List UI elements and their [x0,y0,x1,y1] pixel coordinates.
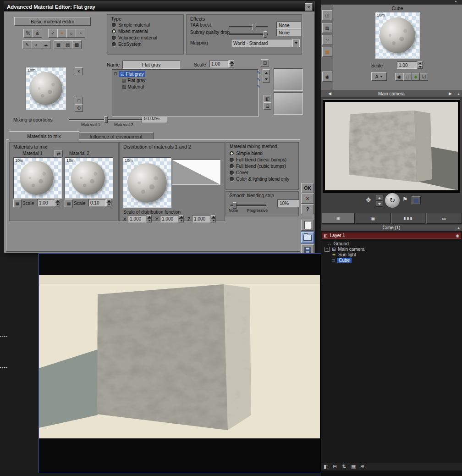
expand-all-icon[interactable]: ⊞ [360,464,364,470]
toolbar-pencil-icon[interactable]: ✎ [22,40,32,49]
preview-object-icon[interactable]: □ [75,97,83,105]
layer-item-cube[interactable]: □ Cube [332,257,352,263]
load-material-button[interactable] [301,232,314,243]
toolbar-cloud-icon[interactable]: ☁ [41,40,50,49]
object-scale-value[interactable]: 1.00 [397,61,417,69]
layer-item-main-camera[interactable]: + ⊞ Main camera [324,246,364,252]
tree-row-material-2[interactable]: ▨ Material [114,83,257,90]
y-value[interactable]: 1.000 [160,215,178,222]
smooth-blending-slider[interactable] [231,205,266,206]
camera-next-icon[interactable]: ▶ [449,91,452,96]
radio-color-lighting-blend[interactable]: Color & lighting blend only [230,177,289,182]
ok-button[interactable]: OK [301,183,314,193]
subray-slider-handle[interactable] [264,31,267,38]
material-thumb-1[interactable] [274,68,303,91]
spin-up-icon[interactable] [106,199,111,203]
main-viewport[interactable] [38,253,321,473]
spin-up-icon[interactable] [55,199,60,203]
send-to-node-icon[interactable]: ◧ [264,95,271,102]
dialog-titlebar[interactable]: Advanced Material Editor: Flat gray ✕ [4,2,314,11]
material2-scale-spinner[interactable]: 0.10 [88,199,111,206]
material2-scale-value[interactable]: 0.10 [88,199,106,206]
radio-ecosystem[interactable]: EcoSystem [112,42,142,47]
object-material-preview[interactable]: 10m [375,12,420,59]
layer-item-ground[interactable]: ∴ Ground [328,241,349,246]
layer-item-sun-light[interactable]: ☀ Sun light [332,252,356,257]
spin-up-icon[interactable] [418,61,423,65]
material-ball-icon[interactable]: ◉ [395,73,403,81]
new-material-button[interactable] [301,220,314,231]
flag-icon[interactable]: ⚑ [402,196,408,203]
texture-checker-icon[interactable]: ▩ [322,47,332,57]
dots-icon[interactable]: ∷ [322,35,332,45]
spin-down-icon[interactable] [179,219,184,222]
toolbar-star-icon[interactable]: ✦ [57,29,67,38]
tab-terrain[interactable]: ≋ [322,213,355,224]
mixing-slider-handle[interactable] [104,116,108,123]
toolbar-text-icon[interactable]: a [33,29,42,38]
camera-preview[interactable] [323,99,460,193]
remove-node-icon[interactable]: ⊟ [264,102,271,110]
sphere-preview-icon[interactable]: ◉ [322,72,332,82]
tab-world[interactable]: ◉ [356,213,390,224]
spin-down-icon[interactable] [229,64,234,67]
camera-bar[interactable]: ◀ Main camera ▶ ▲ [321,90,462,97]
edit-node-3-icon[interactable]: ✎ [257,84,260,89]
subray-field[interactable]: None [276,29,301,36]
radio-full-blend-cubic[interactable]: Full blend (cubic bumps) [230,164,286,169]
help-button[interactable]: ? [301,204,314,214]
subray-slider[interactable] [229,33,268,35]
cancel-button[interactable]: ✕ [301,194,314,204]
basic-material-editor-button[interactable]: Basic material editor [14,17,91,26]
material2-preview[interactable]: 10m [65,157,113,199]
x-value[interactable]: 1.000 [128,215,146,222]
preview-zoom-icon[interactable]: ⊕ [75,104,83,112]
material-tree[interactable]: ⊟ ☑ Flat gray ▨ Flat gray ▨ Material [112,69,258,117]
layer-header[interactable]: ◧ Layer 1 ◉ [322,232,461,239]
close-icon[interactable]: ✕ [305,3,313,11]
smooth-value-field[interactable]: 10% [277,199,299,207]
toolbar-percent-icon[interactable]: % [23,29,33,38]
z-value[interactable]: 1.000 [192,215,210,222]
checker-icon[interactable]: ▦ [322,23,332,33]
spin-down-icon[interactable] [211,219,216,222]
toolbar-grid-icon[interactable]: ▦ [54,40,63,49]
material1-scale-value[interactable]: 1.00 [37,199,55,206]
tree-row-material-1[interactable]: ▨ Flat gray [114,77,257,83]
tab-links[interactable]: ∞ [426,213,462,224]
orbit-button[interactable]: ↻ [385,193,400,208]
spin-down-icon[interactable] [147,219,152,222]
smooth-slider-handle[interactable] [233,202,236,209]
scale-value[interactable]: 1.00 [209,60,229,67]
radio-cover[interactable]: Cover [230,170,248,175]
grid-view-icon[interactable]: ▦ [351,464,356,470]
wire-cube-icon[interactable]: ◫ [322,10,332,20]
clear-preview-icon[interactable]: ✕ [75,67,83,75]
spin-down-icon[interactable] [418,65,423,69]
expand-plus-icon[interactable]: + [324,247,330,252]
delete-layer-icon[interactable]: ⊟ [333,464,337,470]
object-scale-spinner[interactable]: 1.00 [397,61,423,69]
camera-collapse-icon[interactable]: ▲ [457,92,460,95]
step-up-icon[interactable] [376,195,383,201]
taa-boost-slider[interactable] [229,26,268,28]
edit-node-2-icon[interactable]: ✎ [257,77,260,82]
scale-spinner[interactable]: 1.00 [209,60,234,67]
tab-levels[interactable]: ▮▮▮ [391,213,425,224]
tree-scroll-up-icon[interactable] [263,69,270,76]
edit-node-1-icon[interactable]: ✎ [257,70,260,75]
radio-mixed-material[interactable]: Mixed material [112,29,148,34]
reorder-icon[interactable]: ⇅ [342,464,346,470]
swap-materials-icon[interactable]: ⇄ [55,150,63,157]
toolbar-contrast-icon[interactable]: ◔ [76,29,85,38]
spin-down-icon[interactable] [55,203,60,206]
material1-preview[interactable]: 10m [13,157,62,199]
radio-volumetric-material[interactable]: Volumetric material [112,35,157,40]
tree-selection[interactable]: ☑ Flat gray [119,71,146,77]
material2-texture-icon[interactable]: ▦ [65,199,73,207]
spin-down-icon[interactable] [106,203,111,206]
expander-icon[interactable]: ⊟ [114,72,117,76]
toolbar-rows-icon[interactable]: ▤ [63,40,72,49]
list-collapse-icon[interactable]: ▲ [457,226,460,229]
animation-dropdown[interactable]: A [371,72,387,81]
